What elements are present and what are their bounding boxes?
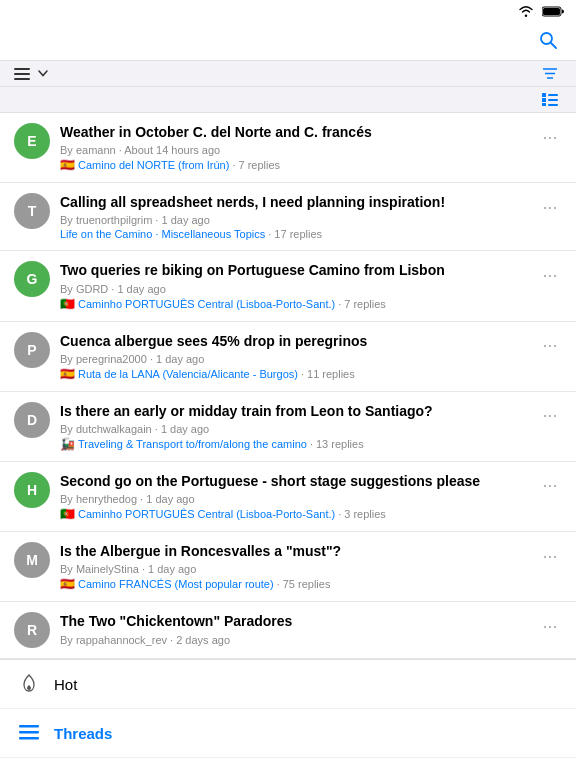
menu-icon: [14, 68, 30, 80]
thread-title: Weather in October C. del Norte and C. f…: [60, 123, 538, 141]
thread-item[interactable]: G Two queries re biking on Portuguese Ca…: [0, 251, 576, 321]
default-feed-bar: [0, 87, 576, 113]
thread-content: The Two "Chickentown" Paradores By rappa…: [60, 612, 538, 647]
thread-meta: By dutchwalkagain · 1 day ago: [60, 423, 538, 435]
battery-icon: [542, 6, 564, 17]
avatar: R: [14, 612, 50, 648]
thread-meta: By GDRD · 1 day ago: [60, 283, 538, 295]
sidebar-item-latest[interactable]: Latest activity: [0, 758, 576, 768]
thread-title: The Two "Chickentown" Paradores: [60, 612, 538, 630]
thread-content: Two queries re biking on Portuguese Cami…: [60, 261, 538, 310]
thread-content: Calling all spreadsheet nerds, I need pl…: [60, 193, 538, 240]
svg-rect-6: [14, 78, 30, 80]
avatar: E: [14, 123, 50, 159]
sidebar-item-hot[interactable]: Hot: [0, 660, 576, 709]
thread-meta: By eamann · About 14 hours ago: [60, 144, 538, 156]
threads-icon: [18, 722, 40, 744]
thread-content: Weather in October C. del Norte and C. f…: [60, 123, 538, 172]
thread-tag: 🇪🇸 Camino FRANCÉS (Most popular route) ·…: [60, 577, 538, 591]
thread-meta: By MainelyStina · 1 day ago: [60, 563, 538, 575]
thread-more-button[interactable]: ···: [538, 334, 562, 358]
thread-more-button[interactable]: ···: [538, 544, 562, 568]
svg-rect-18: [19, 737, 39, 740]
avatar: D: [14, 402, 50, 438]
wifi-icon: [518, 5, 534, 17]
thread-tag: 🚂 Traveling & Transport to/from/along th…: [60, 437, 538, 451]
thread-more-button[interactable]: ···: [538, 614, 562, 638]
card-button[interactable]: [542, 93, 562, 106]
status-bar: [0, 0, 576, 22]
thread-title: Calling all spreadsheet nerds, I need pl…: [60, 193, 538, 211]
filter-icon: [542, 67, 558, 80]
menu-item-label: Threads: [54, 725, 112, 742]
svg-point-2: [541, 33, 552, 44]
avatar: G: [14, 261, 50, 297]
thread-item[interactable]: R The Two "Chickentown" Paradores By rap…: [0, 602, 576, 659]
thread-content: Second go on the Portuguese - short stag…: [60, 472, 538, 521]
thread-item[interactable]: P Cuenca albergue sees 45% drop in pereg…: [0, 322, 576, 392]
thread-more-button[interactable]: ···: [538, 195, 562, 219]
svg-rect-17: [19, 731, 39, 734]
thread-tag: Life on the Camino · Miscellaneous Topic…: [60, 228, 538, 240]
svg-rect-14: [542, 103, 546, 106]
avatar: H: [14, 472, 50, 508]
sidebar-item-threads[interactable]: Threads: [0, 709, 576, 758]
thread-title: Is there an early or midday train from L…: [60, 402, 538, 420]
menu-item-label: Hot: [54, 676, 77, 693]
search-button[interactable]: [534, 26, 562, 54]
thread-meta: By truenorthpilgrim · 1 day ago: [60, 214, 538, 226]
thread-more-button[interactable]: ···: [538, 404, 562, 428]
thread-tag: 🇪🇸 Camino del NORTE (from Irún) · 7 repl…: [60, 158, 538, 172]
svg-rect-16: [19, 725, 39, 728]
svg-rect-5: [14, 73, 30, 75]
thread-tag: 🇵🇹 Caminho PORTUGUÊS Central (Lisboa-Por…: [60, 297, 538, 311]
avatar: M: [14, 542, 50, 578]
threads-selector[interactable]: [14, 68, 48, 80]
thread-meta: By rappahannock_rev · 2 days ago: [60, 634, 538, 646]
thread-item[interactable]: H Second go on the Portuguese - short st…: [0, 462, 576, 532]
avatar: T: [14, 193, 50, 229]
thread-content: Cuenca albergue sees 45% drop in peregri…: [60, 332, 538, 381]
svg-rect-4: [14, 68, 30, 70]
thread-more-button[interactable]: ···: [538, 474, 562, 498]
thread-item[interactable]: D Is there an early or midday train from…: [0, 392, 576, 462]
thread-title: Two queries re biking on Portuguese Cami…: [60, 261, 538, 279]
thread-content: Is the Albergue in Roncesvalles a "must"…: [60, 542, 538, 591]
page-header: [0, 22, 576, 60]
thread-item[interactable]: E Weather in October C. del Norte and C.…: [0, 113, 576, 183]
thread-content: Is there an early or midday train from L…: [60, 402, 538, 451]
avatar: P: [14, 332, 50, 368]
svg-rect-1: [543, 8, 560, 15]
thread-title: Is the Albergue in Roncesvalles a "must"…: [60, 542, 538, 560]
flame-icon: [18, 673, 40, 695]
svg-rect-12: [542, 98, 546, 102]
thread-item[interactable]: T Calling all spreadsheet nerds, I need …: [0, 183, 576, 251]
list-icon: [542, 93, 558, 106]
thread-more-button[interactable]: ···: [538, 263, 562, 287]
filter-button[interactable]: [542, 67, 562, 80]
svg-rect-15: [548, 104, 558, 106]
toolbar: [0, 60, 576, 87]
thread-tag: 🇪🇸 Ruta de la LANA (Valencia/Alicante - …: [60, 367, 538, 381]
chevron-down-icon: [38, 70, 48, 77]
thread-title: Second go on the Portuguese - short stag…: [60, 472, 538, 490]
search-icon: [538, 30, 558, 50]
svg-rect-13: [548, 99, 558, 101]
thread-list: E Weather in October C. del Norte and C.…: [0, 113, 576, 659]
thread-meta: By peregrina2000 · 1 day ago: [60, 353, 538, 365]
status-indicators: [518, 5, 564, 17]
thread-more-button[interactable]: ···: [538, 125, 562, 149]
svg-rect-11: [548, 94, 558, 96]
bottom-menu: Hot Threads Latest activity Posts Social…: [0, 659, 576, 768]
thread-tag: 🇵🇹 Caminho PORTUGUÊS Central (Lisboa-Por…: [60, 507, 538, 521]
thread-meta: By henrythedog · 1 day ago: [60, 493, 538, 505]
thread-item[interactable]: M Is the Albergue in Roncesvalles a "mus…: [0, 532, 576, 602]
svg-line-3: [551, 43, 556, 48]
thread-title: Cuenca albergue sees 45% drop in peregri…: [60, 332, 538, 350]
svg-rect-10: [542, 93, 546, 97]
